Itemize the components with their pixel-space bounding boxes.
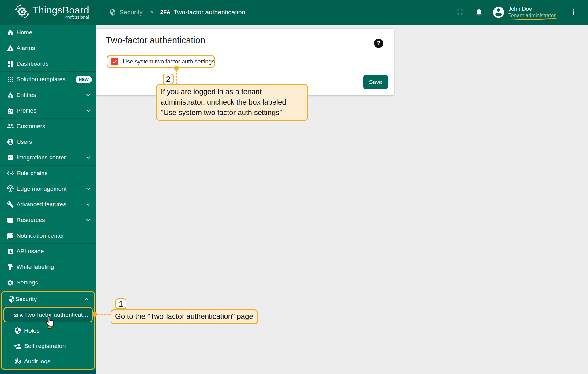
profiles-icon (7, 107, 14, 114)
page-title: Two-factor authentication (106, 35, 205, 45)
edge-management-icon (7, 185, 14, 193)
sidebar-item-profiles[interactable]: Profiles (0, 103, 96, 118)
checkmark-icon (112, 59, 117, 64)
sidebar-item-white-labeling[interactable]: White labeling (0, 259, 96, 275)
chevron-down-icon (85, 185, 92, 193)
advanced-features-icon (7, 201, 14, 208)
chevron-up-icon (83, 296, 90, 303)
step1-badge: 1 (115, 298, 126, 309)
logo-title: ThingsBoard (32, 5, 89, 15)
step1-connector-line (96, 314, 111, 315)
sidebar-item-rule-chains[interactable]: Rule chains (0, 165, 96, 181)
chevron-down-icon (85, 107, 92, 114)
security-shield-icon (8, 296, 15, 303)
chevron-down-icon (85, 91, 92, 99)
step2-connector-line (176, 70, 177, 84)
top-header: ThingsBoard Professional Security > 2FA … (0, 0, 588, 25)
sidebar-item-advanced-features[interactable]: Advanced features (0, 197, 96, 212)
user-menu[interactable]: John Doe Tenant administrator (508, 6, 556, 19)
breadcrumb-page: Two-factor authentication (173, 9, 245, 16)
notifications-button[interactable] (475, 8, 483, 17)
chevron-down-icon (85, 216, 92, 224)
breadcrumb-section[interactable]: Security (119, 9, 143, 16)
integrations-center-icon (7, 154, 14, 161)
home-icon (7, 29, 14, 36)
settings-gear-icon (7, 279, 14, 286)
user-role: Tenant administrator (508, 12, 556, 19)
header-actions: John Doe Tenant administrator (456, 6, 588, 19)
bell-icon (475, 8, 483, 17)
step2-connector-dot (174, 66, 179, 71)
fullscreen-icon (456, 8, 464, 17)
breadcrumb-2fa-icon: 2FA (160, 9, 171, 15)
sidebar-item-alarms[interactable]: Alarms (0, 40, 96, 56)
resources-icon (7, 216, 14, 224)
sidebar-item-integrations-center[interactable]: Integrations center (0, 150, 96, 165)
step2-callout: If you are logged in as a tenant adminis… (156, 84, 308, 121)
checkbox-label: Use system two factor auth settings (123, 58, 215, 65)
sidebar-item-dashboards[interactable]: Dashboards (0, 56, 96, 71)
users-icon (7, 138, 14, 146)
step2-badge: 2 (163, 74, 174, 85)
sidebar-item-resources[interactable]: Resources (0, 212, 96, 228)
thingsboard-logo-icon (14, 4, 30, 21)
sidebar-item-home[interactable]: Home (0, 25, 96, 40)
audit-logs-icon (14, 358, 21, 365)
solution-templates-icon (7, 76, 14, 83)
roles-shield-icon (14, 327, 21, 334)
sidebar-item-solution-templates[interactable]: Solution templates NEW (0, 71, 96, 87)
sidebar-item-entities[interactable]: Entities (0, 87, 96, 103)
sidebar-item-edge-management[interactable]: Edge management (0, 181, 96, 197)
logo-subtitle: Professional (64, 15, 89, 20)
dashboards-icon (7, 60, 14, 67)
save-button[interactable]: Save (363, 75, 388, 89)
sidebar-item-customers[interactable]: Customers (0, 118, 96, 134)
step1-callout: Go to the "Two-factor authentication" pa… (111, 309, 258, 324)
checkbox-annotation-outline: Use system two factor auth settings (107, 55, 215, 68)
sidebar-item-self-registration[interactable]: Self registration (2, 338, 94, 354)
use-system-2fa-checkbox[interactable] (111, 58, 118, 65)
rule-chains-icon (7, 170, 14, 177)
user-name: John Doe (508, 6, 556, 12)
logo[interactable]: ThingsBoard Professional (0, 4, 96, 21)
help-button[interactable]: ? (374, 39, 383, 48)
white-labeling-icon (7, 263, 14, 271)
security-group-highlight: Security 2FA Two-factor authentication R… (1, 291, 95, 370)
chevron-down-icon (85, 201, 92, 208)
notification-center-icon (7, 232, 14, 239)
breadcrumb: Security > 2FA Two-factor authentication (109, 9, 245, 16)
sidebar-item-security[interactable]: Security (2, 292, 94, 307)
sidebar-item-settings[interactable]: Settings (0, 275, 96, 290)
thingsboard-app: ThingsBoard Professional Security > 2FA … (0, 0, 588, 374)
new-badge: NEW (76, 76, 92, 83)
breadcrumb-separator: > (150, 9, 153, 15)
self-registration-icon (14, 342, 21, 350)
question-mark-icon: ? (377, 40, 380, 47)
chevron-down-icon (85, 154, 92, 161)
customers-icon (7, 123, 14, 130)
entities-icon (7, 91, 14, 99)
fullscreen-button[interactable] (456, 8, 464, 17)
sidebar-item-audit-logs[interactable]: Audit logs (2, 354, 94, 369)
2fa-icon: 2FA (14, 312, 22, 318)
breadcrumb-shield-icon (109, 9, 116, 16)
kebab-icon (569, 8, 578, 17)
api-usage-icon (7, 248, 14, 255)
sidebar-item-notification-center[interactable]: Notification center (0, 228, 96, 243)
sidebar-item-api-usage[interactable]: API usage (0, 243, 96, 259)
avatar[interactable] (492, 6, 505, 19)
sidebar-item-users[interactable]: Users (0, 134, 96, 150)
mouse-cursor-icon (45, 316, 56, 330)
more-menu-button[interactable] (569, 8, 578, 17)
alarms-icon (7, 44, 14, 52)
